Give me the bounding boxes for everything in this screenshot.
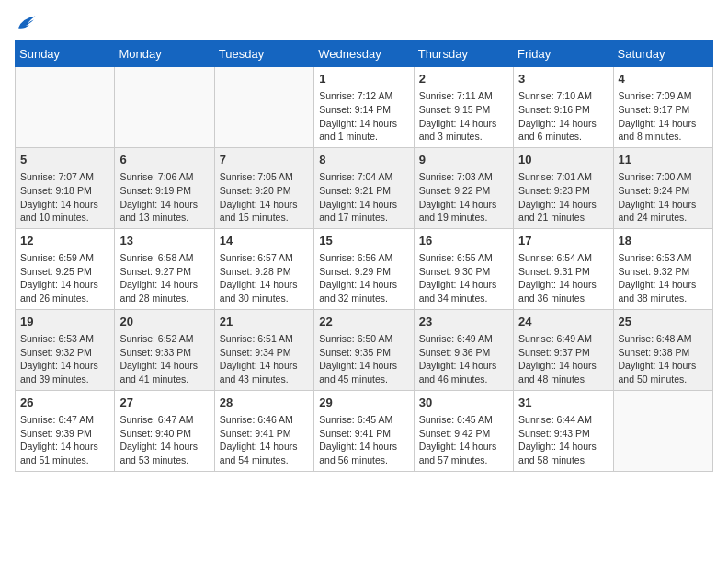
day-info: Sunrise: 6:57 AM Sunset: 9:28 PM Dayligh… bbox=[220, 251, 309, 305]
day-info: Sunrise: 6:44 AM Sunset: 9:43 PM Dayligh… bbox=[518, 413, 608, 467]
day-info: Sunrise: 6:59 AM Sunset: 9:25 PM Dayligh… bbox=[20, 251, 109, 305]
day-info: Sunrise: 7:07 AM Sunset: 9:18 PM Dayligh… bbox=[20, 170, 109, 224]
calendar-day-cell bbox=[16, 67, 115, 148]
calendar-day-cell: 14Sunrise: 6:57 AM Sunset: 9:28 PM Dayli… bbox=[214, 228, 313, 309]
day-number: 24 bbox=[518, 314, 608, 330]
day-number: 6 bbox=[119, 152, 209, 168]
calendar-day-cell: 20Sunrise: 6:52 AM Sunset: 9:33 PM Dayli… bbox=[115, 309, 214, 390]
day-info: Sunrise: 6:54 AM Sunset: 9:31 PM Dayligh… bbox=[518, 251, 608, 305]
calendar-day-cell: 10Sunrise: 7:01 AM Sunset: 9:23 PM Dayli… bbox=[514, 147, 613, 228]
day-header-wednesday: Wednesday bbox=[314, 41, 414, 67]
calendar-day-cell: 30Sunrise: 6:45 AM Sunset: 9:42 PM Dayli… bbox=[414, 390, 513, 471]
calendar-day-cell: 8Sunrise: 7:04 AM Sunset: 9:21 PM Daylig… bbox=[314, 147, 414, 228]
day-number: 19 bbox=[20, 314, 109, 330]
day-info: Sunrise: 6:49 AM Sunset: 9:37 PM Dayligh… bbox=[518, 332, 608, 386]
day-number: 26 bbox=[20, 395, 109, 411]
day-info: Sunrise: 6:51 AM Sunset: 9:34 PM Dayligh… bbox=[220, 332, 309, 386]
day-info: Sunrise: 7:04 AM Sunset: 9:21 PM Dayligh… bbox=[319, 170, 408, 224]
day-info: Sunrise: 7:01 AM Sunset: 9:23 PM Dayligh… bbox=[518, 170, 608, 224]
day-info: Sunrise: 6:55 AM Sunset: 9:30 PM Dayligh… bbox=[419, 251, 508, 305]
day-info: Sunrise: 7:03 AM Sunset: 9:22 PM Dayligh… bbox=[419, 170, 508, 224]
calendar-day-cell: 1Sunrise: 7:12 AM Sunset: 9:14 PM Daylig… bbox=[314, 67, 414, 148]
day-info: Sunrise: 6:53 AM Sunset: 9:32 PM Dayligh… bbox=[20, 332, 109, 386]
page-header bbox=[15, 15, 713, 33]
calendar-day-cell: 21Sunrise: 6:51 AM Sunset: 9:34 PM Dayli… bbox=[214, 309, 313, 390]
calendar-table: SundayMondayTuesdayWednesdayThursdayFrid… bbox=[15, 40, 713, 472]
calendar-day-cell bbox=[613, 390, 712, 471]
day-header-sunday: Sunday bbox=[16, 41, 115, 67]
calendar-day-cell: 26Sunrise: 6:47 AM Sunset: 9:39 PM Dayli… bbox=[16, 390, 115, 471]
day-number: 5 bbox=[20, 152, 109, 168]
day-number: 3 bbox=[518, 71, 608, 87]
day-info: Sunrise: 6:45 AM Sunset: 9:42 PM Dayligh… bbox=[419, 413, 508, 467]
day-number: 29 bbox=[319, 395, 408, 411]
day-number: 16 bbox=[419, 233, 508, 249]
calendar-day-cell: 4Sunrise: 7:09 AM Sunset: 9:17 PM Daylig… bbox=[613, 67, 712, 148]
day-number: 7 bbox=[220, 152, 309, 168]
logo bbox=[15, 15, 39, 33]
day-info: Sunrise: 7:05 AM Sunset: 9:20 PM Dayligh… bbox=[220, 170, 309, 224]
day-header-friday: Friday bbox=[514, 41, 613, 67]
calendar-day-cell: 19Sunrise: 6:53 AM Sunset: 9:32 PM Dayli… bbox=[16, 309, 115, 390]
calendar-day-cell: 13Sunrise: 6:58 AM Sunset: 9:27 PM Dayli… bbox=[115, 228, 214, 309]
day-info: Sunrise: 6:56 AM Sunset: 9:29 PM Dayligh… bbox=[319, 251, 408, 305]
day-info: Sunrise: 6:45 AM Sunset: 9:41 PM Dayligh… bbox=[319, 413, 408, 467]
day-header-thursday: Thursday bbox=[414, 41, 513, 67]
day-info: Sunrise: 7:00 AM Sunset: 9:24 PM Dayligh… bbox=[619, 170, 708, 224]
day-number: 20 bbox=[119, 314, 209, 330]
day-number: 12 bbox=[20, 233, 109, 249]
calendar-day-cell: 7Sunrise: 7:05 AM Sunset: 9:20 PM Daylig… bbox=[214, 147, 313, 228]
day-number: 30 bbox=[419, 395, 508, 411]
calendar-day-cell: 2Sunrise: 7:11 AM Sunset: 9:15 PM Daylig… bbox=[414, 67, 513, 148]
calendar-week-row: 12Sunrise: 6:59 AM Sunset: 9:25 PM Dayli… bbox=[16, 228, 713, 309]
day-info: Sunrise: 7:12 AM Sunset: 9:14 PM Dayligh… bbox=[319, 89, 408, 144]
calendar-day-cell: 17Sunrise: 6:54 AM Sunset: 9:31 PM Dayli… bbox=[514, 228, 613, 309]
calendar-day-cell bbox=[115, 67, 214, 148]
day-info: Sunrise: 6:49 AM Sunset: 9:36 PM Dayligh… bbox=[419, 332, 508, 386]
calendar-day-cell: 25Sunrise: 6:48 AM Sunset: 9:38 PM Dayli… bbox=[613, 309, 712, 390]
day-header-saturday: Saturday bbox=[613, 41, 712, 67]
day-number: 22 bbox=[319, 314, 408, 330]
calendar-week-row: 19Sunrise: 6:53 AM Sunset: 9:32 PM Dayli… bbox=[16, 309, 713, 390]
calendar-day-cell: 16Sunrise: 6:55 AM Sunset: 9:30 PM Dayli… bbox=[414, 228, 513, 309]
day-number: 9 bbox=[419, 152, 508, 168]
calendar-day-cell: 5Sunrise: 7:07 AM Sunset: 9:18 PM Daylig… bbox=[16, 147, 115, 228]
calendar-day-cell: 24Sunrise: 6:49 AM Sunset: 9:37 PM Dayli… bbox=[514, 309, 613, 390]
day-header-tuesday: Tuesday bbox=[214, 41, 313, 67]
day-info: Sunrise: 6:52 AM Sunset: 9:33 PM Dayligh… bbox=[119, 332, 209, 386]
day-number: 2 bbox=[419, 71, 508, 87]
calendar-day-cell: 27Sunrise: 6:47 AM Sunset: 9:40 PM Dayli… bbox=[115, 390, 214, 471]
calendar-day-cell: 31Sunrise: 6:44 AM Sunset: 9:43 PM Dayli… bbox=[514, 390, 613, 471]
calendar-day-cell: 9Sunrise: 7:03 AM Sunset: 9:22 PM Daylig… bbox=[414, 147, 513, 228]
day-info: Sunrise: 6:46 AM Sunset: 9:41 PM Dayligh… bbox=[220, 413, 309, 467]
day-number: 18 bbox=[619, 233, 708, 249]
day-info: Sunrise: 6:50 AM Sunset: 9:35 PM Dayligh… bbox=[319, 332, 408, 386]
day-number: 21 bbox=[220, 314, 309, 330]
calendar-day-cell: 23Sunrise: 6:49 AM Sunset: 9:36 PM Dayli… bbox=[414, 309, 513, 390]
calendar-day-cell: 18Sunrise: 6:53 AM Sunset: 9:32 PM Dayli… bbox=[613, 228, 712, 309]
day-info: Sunrise: 7:09 AM Sunset: 9:17 PM Dayligh… bbox=[619, 89, 708, 144]
day-number: 23 bbox=[419, 314, 508, 330]
calendar-day-cell: 28Sunrise: 6:46 AM Sunset: 9:41 PM Dayli… bbox=[214, 390, 313, 471]
day-number: 25 bbox=[619, 314, 708, 330]
day-number: 28 bbox=[220, 395, 309, 411]
calendar-day-cell: 3Sunrise: 7:10 AM Sunset: 9:16 PM Daylig… bbox=[514, 67, 613, 148]
calendar-header-row: SundayMondayTuesdayWednesdayThursdayFrid… bbox=[16, 41, 713, 67]
day-number: 27 bbox=[119, 395, 209, 411]
day-info: Sunrise: 7:06 AM Sunset: 9:19 PM Dayligh… bbox=[119, 170, 209, 224]
day-number: 13 bbox=[119, 233, 209, 249]
calendar-day-cell: 11Sunrise: 7:00 AM Sunset: 9:24 PM Dayli… bbox=[613, 147, 712, 228]
day-number: 4 bbox=[619, 71, 708, 87]
day-number: 1 bbox=[319, 71, 408, 87]
day-info: Sunrise: 7:11 AM Sunset: 9:15 PM Dayligh… bbox=[419, 89, 508, 144]
day-number: 14 bbox=[220, 233, 309, 249]
day-info: Sunrise: 6:58 AM Sunset: 9:27 PM Dayligh… bbox=[119, 251, 209, 305]
day-number: 10 bbox=[518, 152, 608, 168]
calendar-day-cell: 29Sunrise: 6:45 AM Sunset: 9:41 PM Dayli… bbox=[314, 390, 414, 471]
calendar-day-cell: 15Sunrise: 6:56 AM Sunset: 9:29 PM Dayli… bbox=[314, 228, 414, 309]
day-number: 15 bbox=[319, 233, 408, 249]
day-number: 31 bbox=[518, 395, 608, 411]
day-number: 17 bbox=[518, 233, 608, 249]
calendar-day-cell: 12Sunrise: 6:59 AM Sunset: 9:25 PM Dayli… bbox=[16, 228, 115, 309]
day-info: Sunrise: 6:47 AM Sunset: 9:40 PM Dayligh… bbox=[119, 413, 209, 467]
